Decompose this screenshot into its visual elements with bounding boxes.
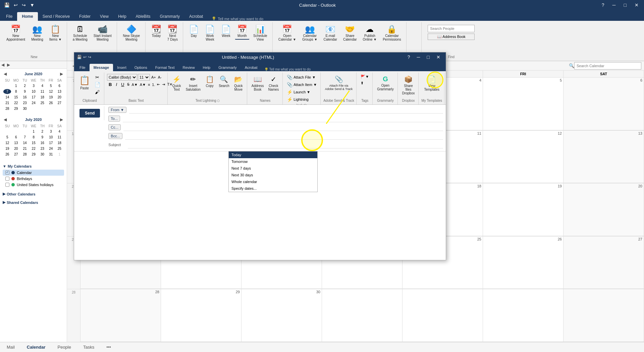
format-painter-btn[interactable]: 🖌 — [93, 89, 102, 95]
cal-day-empty3[interactable] — [483, 289, 564, 342]
dropdown-item-next30[interactable]: Next 30 days — [229, 172, 317, 178]
cal-day-empty2[interactable] — [402, 289, 483, 342]
day-cell[interactable]: 11 — [39, 89, 46, 94]
day-cell[interactable]: 4 — [56, 129, 64, 134]
new-meeting-btn[interactable]: 👥 NewMeeting — [29, 24, 46, 43]
day-cell[interactable]: 6 — [12, 135, 20, 140]
day-cell[interactable]: 25 — [56, 146, 64, 151]
day-cell[interactable]: 19 — [3, 146, 11, 151]
day-cell[interactable]: 26 — [47, 100, 55, 105]
my-calendars-header[interactable]: ▼ My Calendars — [3, 163, 64, 170]
day-cell[interactable]: 20 — [12, 146, 20, 151]
new-appointment-btn[interactable]: 📅 NewAppointment — [4, 24, 28, 43]
calendar-permissions-btn[interactable]: 🔒 CalendarPermissions — [380, 24, 403, 43]
day-cell[interactable]: 10 — [30, 89, 38, 94]
msg-tab-options[interactable]: Options — [130, 64, 151, 71]
day-cell[interactable]: 15 — [30, 140, 38, 145]
day-cell[interactable]: 23 — [21, 100, 29, 105]
day-cell[interactable]: 26 — [3, 152, 11, 157]
dropdown-item-whole[interactable]: Whole calendar — [229, 178, 317, 185]
decrease-font-btn[interactable]: A- — [157, 75, 162, 80]
day-btn[interactable]: 📄 Day — [186, 24, 201, 39]
from-input[interactable] — [129, 106, 443, 114]
tab-file[interactable]: File — [1, 12, 17, 21]
save-icon[interactable]: 💾 — [3, 2, 11, 8]
day-cell[interactable]: 7 — [21, 135, 29, 140]
prev-month-july-btn[interactable]: ◀ — [3, 117, 8, 122]
dropdown-item-tomorrow[interactable]: Tomorrow — [229, 158, 317, 165]
msg-tab-file[interactable]: File — [75, 64, 90, 71]
next-month-btn[interactable]: ▶ — [59, 72, 64, 76]
open-calendar-btn[interactable]: 📅 OpenCalendar ▼ — [276, 24, 299, 43]
day-cell[interactable]: 1 — [56, 152, 64, 157]
new-items-btn[interactable]: 📋 NewItems ▼ — [47, 24, 64, 43]
day-cell[interactable] — [21, 129, 29, 134]
holidays-checkbox[interactable] — [5, 183, 9, 187]
address-book-msg-btn[interactable]: 📖 AddressBook — [250, 74, 266, 93]
other-calendars-header[interactable]: ▶ Other Calendars — [3, 190, 64, 197]
day-cell[interactable]: 4 — [39, 83, 46, 88]
day-cell[interactable]: 24 — [30, 100, 38, 105]
day-cell[interactable]: 2 — [21, 83, 29, 88]
day-cell[interactable] — [30, 106, 38, 111]
msg-tab-review[interactable]: Review — [179, 64, 199, 71]
cc-btn[interactable]: Cc... — [108, 124, 121, 130]
day-cell[interactable]: 12 — [47, 89, 55, 94]
day-cell[interactable]: 23 — [39, 146, 46, 151]
to-input[interactable] — [123, 115, 443, 122]
importance-high-btn[interactable]: ⬆ — [359, 80, 365, 86]
decrease-indent-btn[interactable]: ⇤ — [156, 82, 161, 87]
bcc-btn[interactable]: Bcc... — [108, 133, 122, 139]
check-names-btn[interactable]: ✓ CheckNames — [267, 74, 281, 93]
nav-more[interactable]: ••• — [104, 343, 114, 351]
day-cell[interactable]: 14 — [21, 140, 29, 145]
quick-text-btn[interactable]: ⚡ QuickText — [170, 74, 183, 93]
today-btn[interactable]: 📆 Today — [149, 24, 164, 39]
birthdays-checkbox[interactable] — [5, 177, 9, 181]
msg-tell-me-text[interactable]: Tell me what you want to do — [269, 68, 311, 71]
msg-tab-help[interactable]: Help — [199, 64, 215, 71]
day-cell[interactable]: 30 — [21, 106, 29, 111]
day-cell[interactable]: 22 — [30, 146, 38, 151]
attach-file-btn[interactable]: 📎 Attach File ▼ — [285, 74, 317, 81]
day-cell[interactable]: 2 — [39, 129, 46, 134]
nav-mail[interactable]: Mail — [4, 343, 17, 351]
scheduleview-btn[interactable]: 📊 ScheduleView — [251, 24, 270, 43]
cal-day-jun12[interactable]: 12 — [483, 131, 564, 183]
day-cell[interactable]: 8 — [30, 135, 38, 140]
cal-day-jun27[interactable]: 27 — [564, 236, 644, 289]
lightning-btn[interactable]: ⚡ Lightning — [285, 96, 310, 103]
font-family-select[interactable]: Calibri (Body) — [107, 74, 137, 81]
calendar-groups-btn[interactable]: 👥 CalendarGroups ▼ — [300, 24, 320, 43]
day-cell[interactable]: 9 — [21, 89, 29, 94]
email-calendar-btn[interactable]: 📧 E-mailCalendar — [321, 24, 339, 43]
increase-indent-btn[interactable]: ⇥ — [161, 82, 166, 87]
day-cell[interactable]: 1 — [12, 83, 20, 88]
week-btn[interactable]: 📄 Week — [219, 24, 233, 39]
redo-icon[interactable]: ↪ — [20, 2, 27, 8]
num-list-btn[interactable]: 1. — [151, 82, 156, 87]
from-btn[interactable]: From ▼ — [108, 107, 126, 113]
share-calendar-btn[interactable]: 🤝 ShareCalendar — [341, 24, 359, 43]
undo-icon[interactable]: ↩ — [12, 2, 19, 8]
day-cell[interactable]: 9 — [39, 135, 46, 140]
signature-btn[interactable]: ⚡ Launch ▼ — [285, 89, 312, 95]
day-cell[interactable] — [3, 83, 11, 88]
day-cell[interactable] — [39, 106, 46, 111]
holidays-item[interactable]: United States holidays — [3, 182, 64, 188]
day-cell[interactable]: 29 — [12, 106, 20, 111]
day-cell[interactable] — [47, 106, 55, 111]
day-cell[interactable]: 31 — [47, 152, 55, 157]
font-color-btn[interactable]: A▼ — [131, 82, 138, 87]
msg-help-btn[interactable]: ? — [405, 54, 413, 60]
dropdown-item-specify[interactable]: Specify dates... — [229, 185, 317, 192]
cal-day-jun28[interactable]: 28 — [80, 289, 161, 342]
cal-day-jun20[interactable]: 20 — [564, 183, 644, 236]
send-btn[interactable]: Send — [79, 109, 100, 118]
cal-day-jun5[interactable]: 5 — [483, 78, 564, 130]
question-icon[interactable]: ? — [599, 2, 607, 8]
birthdays-item[interactable]: Birthdays — [3, 176, 64, 182]
day-cell[interactable]: 7 — [3, 89, 11, 94]
calendar-item[interactable]: Calendar — [3, 170, 64, 176]
day-cell[interactable]: 21 — [3, 100, 11, 105]
